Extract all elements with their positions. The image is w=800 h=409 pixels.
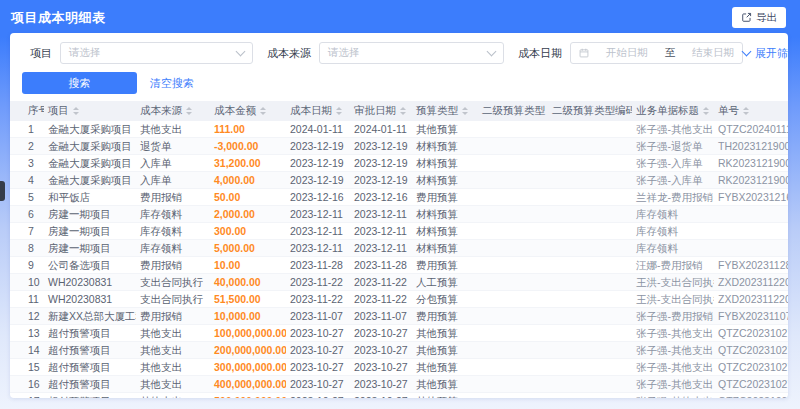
cell-cost_date: 2023-10-27 bbox=[286, 359, 350, 376]
cell-cost_source: 其他支出 bbox=[136, 325, 210, 342]
cell-budget_subtype_code bbox=[548, 274, 632, 291]
cell-budget_type: 材料预算 bbox=[412, 223, 478, 240]
cell-budget_subtype_code bbox=[548, 172, 632, 189]
cell-project: 金融大厦采购项目 bbox=[44, 138, 136, 155]
table-row[interactable]: 1金融大厦采购项目其他支出111.002024-01-112024-01-11其… bbox=[10, 121, 788, 138]
cell-cost_source: 支出合同执行 bbox=[136, 274, 210, 291]
cell-approval_date: 2023-11-07 bbox=[350, 308, 412, 325]
cell-cost_date: 2023-11-22 bbox=[286, 291, 350, 308]
cell-cost_source: 库存领料 bbox=[136, 223, 210, 240]
table-row[interactable]: 3金融大厦采购项目入库单31,200.002023-12-192023-12-1… bbox=[10, 155, 788, 172]
table-row[interactable]: 4金融大厦采购项目入库单4,000.002023-12-192023-12-19… bbox=[10, 172, 788, 189]
table-row[interactable]: 5和平饭店费用报销50.002023-12-162023-12-16费用预算兰祥… bbox=[10, 189, 788, 206]
cell-cost_source: 其他支出 bbox=[136, 342, 210, 359]
date-start-input[interactable]: 开始日期 bbox=[606, 46, 648, 60]
table-row[interactable]: 8房建一期项目库存领料5,000.002023-12-112023-12-11材… bbox=[10, 240, 788, 257]
action-bar: 搜索 清空搜索 bbox=[10, 65, 788, 101]
cell-cost_source: 费用报销 bbox=[136, 257, 210, 274]
cell-seq: 3 bbox=[10, 155, 44, 172]
table-row[interactable]: 9公司备选项目费用报销10.002023-11-282023-11-28费用预算… bbox=[10, 257, 788, 274]
cell-budget_subtype bbox=[478, 257, 548, 274]
cell-seq: 5 bbox=[10, 189, 44, 206]
column-header-cost_amount[interactable]: 成本金额 bbox=[210, 101, 286, 121]
sort-icon[interactable] bbox=[336, 104, 342, 118]
column-header-approval_date[interactable]: 审批日期 bbox=[350, 101, 412, 121]
column-header-seq: 序号 bbox=[10, 101, 44, 121]
table-row[interactable]: 2金融大厦采购项目退货单-3,000.002023-12-192023-12-1… bbox=[10, 138, 788, 155]
table-row[interactable]: 16超付预警项目其他支出400,000,000.002023-10-272023… bbox=[10, 376, 788, 393]
cell-project: 超付预警项目 bbox=[44, 325, 136, 342]
column-header-budget_type[interactable]: 预算类型 bbox=[412, 101, 478, 121]
cell-budget_subtype bbox=[478, 393, 548, 399]
cell-seq: 13 bbox=[10, 325, 44, 342]
sort-icon[interactable] bbox=[400, 104, 406, 118]
cell-approval_date: 2024-01-11 bbox=[350, 121, 412, 138]
sort-icon[interactable] bbox=[260, 104, 266, 118]
sort-icon[interactable] bbox=[703, 104, 709, 118]
table-header-row: 序号项目成本来源成本金额成本日期审批日期预算类型二级预算类型二级预算类型编码业务… bbox=[10, 101, 788, 121]
table-row[interactable]: 7房建一期项目库存领料300.002023-12-112023-12-11材料预… bbox=[10, 223, 788, 240]
cell-budget_subtype bbox=[478, 308, 548, 325]
cell-project: 房建一期项目 bbox=[44, 206, 136, 223]
cost-source-select[interactable]: 请选择 bbox=[319, 42, 504, 64]
cell-seq: 15 bbox=[10, 359, 44, 376]
cell-doc_title: 张子强-费用报销 bbox=[632, 308, 714, 325]
cell-budget_subtype_code bbox=[548, 359, 632, 376]
column-header-doc_title[interactable]: 业务单据标题 bbox=[632, 101, 714, 121]
cost-date-range-picker[interactable]: 开始日期 至 结束日期 bbox=[570, 42, 743, 64]
cell-doc_no: ZXD20231122002 bbox=[714, 274, 788, 291]
clear-search-link[interactable]: 清空搜索 bbox=[150, 76, 194, 91]
cell-cost_date: 2023-11-22 bbox=[286, 274, 350, 291]
cell-project: 超付预警项目 bbox=[44, 393, 136, 399]
cell-budget_subtype bbox=[478, 206, 548, 223]
cell-project: 房建一期项目 bbox=[44, 223, 136, 240]
search-button[interactable]: 搜索 bbox=[22, 72, 137, 94]
cell-project: 金融大厦采购项目 bbox=[44, 172, 136, 189]
cell-approval_date: 2023-10-27 bbox=[350, 393, 412, 399]
column-header-cost_date[interactable]: 成本日期 bbox=[286, 101, 350, 121]
column-header-budget_subtype_code[interactable]: 二级预算类型编码 bbox=[548, 101, 632, 121]
project-filter: 项目 请选择 bbox=[30, 42, 253, 64]
sort-icon[interactable] bbox=[186, 104, 192, 118]
cell-budget_subtype_code bbox=[548, 342, 632, 359]
cell-seq: 6 bbox=[10, 206, 44, 223]
table-row[interactable]: 13超付预警项目其他支出100,000,000.002023-10-272023… bbox=[10, 325, 788, 342]
export-button[interactable]: 导出 bbox=[732, 7, 786, 28]
project-select[interactable]: 请选择 bbox=[60, 42, 253, 64]
cell-approval_date: 2023-12-19 bbox=[350, 155, 412, 172]
cell-doc_no: QTZC20231027002 bbox=[714, 376, 788, 393]
cell-budget_subtype bbox=[478, 342, 548, 359]
column-header-doc_no[interactable]: 单号 bbox=[714, 101, 788, 121]
cell-cost_source: 费用报销 bbox=[136, 308, 210, 325]
column-header-budget_subtype[interactable]: 二级预算类型 bbox=[478, 101, 548, 121]
column-header-cost_source[interactable]: 成本来源 bbox=[136, 101, 210, 121]
cell-budget_type: 材料预算 bbox=[412, 138, 478, 155]
sort-icon[interactable] bbox=[462, 104, 468, 118]
cell-project: 超付预警项目 bbox=[44, 376, 136, 393]
table-row[interactable]: 14超付预警项目其他支出200,000,000.002023-10-272023… bbox=[10, 342, 788, 359]
cell-cost_amount: 4,000.00 bbox=[210, 172, 286, 189]
table-row[interactable]: 17超付预警项目其他支出500,000,000.002023-10-272023… bbox=[10, 393, 788, 399]
cell-project: 和平饭店 bbox=[44, 189, 136, 206]
table-row[interactable]: 10WH20230831支出合同执行40,000.002023-11-22202… bbox=[10, 274, 788, 291]
cell-cost_date: 2023-10-27 bbox=[286, 393, 350, 399]
column-header-project[interactable]: 项目 bbox=[44, 101, 136, 121]
date-range-separator: 至 bbox=[665, 46, 676, 60]
table-row[interactable]: 15超付预警项目其他支出300,000,000.002023-10-272023… bbox=[10, 359, 788, 376]
expand-filter-link[interactable]: 展开筛选 bbox=[743, 46, 788, 61]
side-panel-handle[interactable] bbox=[0, 181, 5, 201]
table-row[interactable]: 12新建XX总部大厦工程二期费用报销10,000.002023-11-07202… bbox=[10, 308, 788, 325]
cell-doc_title: 张子强-其他支出 bbox=[632, 342, 714, 359]
content-card: 项目 请选择 成本来源 请选择 成本日期 开始日期 至 结束日期 bbox=[10, 33, 788, 398]
table-row[interactable]: 11WH20230831支出合同执行51,500.002023-11-22202… bbox=[10, 291, 788, 308]
export-button-label: 导出 bbox=[756, 11, 777, 25]
sort-icon[interactable] bbox=[743, 104, 749, 118]
cell-budget_subtype bbox=[478, 325, 548, 342]
cell-approval_date: 2023-10-27 bbox=[350, 325, 412, 342]
sort-icon[interactable] bbox=[73, 104, 79, 118]
cell-budget_type: 其他预算 bbox=[412, 359, 478, 376]
column-header-label: 二级预算类型编码 bbox=[552, 104, 632, 116]
cell-cost_date: 2023-12-11 bbox=[286, 240, 350, 257]
date-end-input[interactable]: 结束日期 bbox=[692, 46, 734, 60]
table-row[interactable]: 6房建一期项目库存领料2,000.002023-12-112023-12-11材… bbox=[10, 206, 788, 223]
